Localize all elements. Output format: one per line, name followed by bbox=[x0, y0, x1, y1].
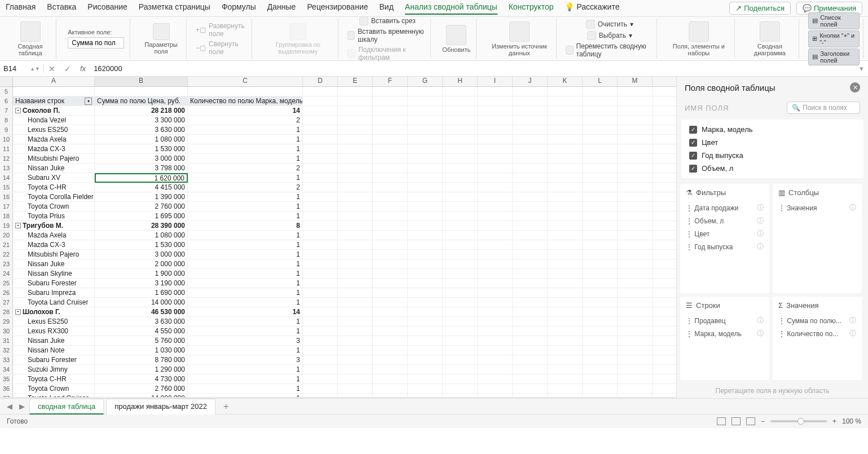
cell[interactable]: Количество по полю Марка, модель bbox=[188, 96, 303, 105]
cell[interactable] bbox=[373, 96, 408, 105]
cell[interactable]: 1 530 000 bbox=[95, 240, 188, 249]
cell[interactable] bbox=[513, 269, 548, 278]
cell[interactable] bbox=[303, 144, 338, 153]
cell[interactable]: 3 bbox=[188, 336, 303, 345]
cell[interactable]: 1 bbox=[188, 269, 303, 278]
tab-nav-next[interactable]: ▶ bbox=[17, 402, 27, 411]
cell[interactable] bbox=[408, 240, 443, 249]
cell[interactable] bbox=[373, 173, 408, 182]
cell[interactable] bbox=[408, 231, 443, 240]
cell[interactable] bbox=[513, 231, 548, 240]
pivot-area-item[interactable]: ⋮ Дата продажиⓘ bbox=[685, 201, 765, 214]
cell[interactable] bbox=[443, 384, 478, 393]
cell[interactable] bbox=[513, 298, 548, 307]
cell[interactable] bbox=[618, 87, 653, 96]
cell[interactable] bbox=[303, 231, 338, 240]
col-header-F[interactable]: F bbox=[373, 77, 408, 86]
cell[interactable] bbox=[618, 355, 653, 364]
cell[interactable] bbox=[338, 327, 373, 336]
cell[interactable]: 2 760 000 bbox=[95, 202, 188, 211]
cell[interactable]: 1 390 000 bbox=[95, 192, 188, 201]
cell[interactable] bbox=[618, 250, 653, 259]
cell[interactable] bbox=[548, 116, 583, 125]
expand-field[interactable]: +▢Развернуть поле bbox=[196, 21, 248, 38]
cell[interactable] bbox=[303, 211, 338, 221]
cell[interactable] bbox=[408, 365, 443, 374]
cell[interactable] bbox=[303, 279, 338, 288]
cell[interactable] bbox=[303, 269, 338, 278]
cell[interactable] bbox=[548, 87, 583, 96]
cell[interactable] bbox=[548, 154, 583, 163]
cell[interactable] bbox=[408, 346, 443, 355]
cell[interactable] bbox=[373, 327, 408, 336]
cell[interactable]: Subaru XV bbox=[13, 173, 95, 182]
cell[interactable] bbox=[408, 135, 443, 144]
cell[interactable] bbox=[443, 144, 478, 153]
col-header-J[interactable]: J bbox=[513, 77, 548, 86]
cell[interactable]: 2 000 000 bbox=[95, 259, 188, 268]
col-header-L[interactable]: L bbox=[583, 77, 618, 86]
cell[interactable]: Mazda Axela bbox=[13, 231, 95, 240]
cell[interactable] bbox=[443, 116, 478, 125]
pivot-chart-icon[interactable] bbox=[760, 21, 780, 42]
cell[interactable] bbox=[478, 346, 513, 355]
row-header[interactable]: 31 bbox=[0, 336, 13, 345]
cell[interactable] bbox=[373, 240, 408, 249]
cell[interactable]: Subaru Forester bbox=[13, 279, 95, 288]
cell[interactable]: 1 690 000 bbox=[95, 288, 188, 297]
cell[interactable]: 1 bbox=[188, 346, 303, 355]
cell[interactable] bbox=[618, 192, 653, 201]
row-header[interactable]: 18 bbox=[0, 211, 13, 221]
cell[interactable] bbox=[548, 269, 583, 278]
cell[interactable] bbox=[408, 307, 443, 316]
cell[interactable] bbox=[618, 144, 653, 153]
row-header[interactable]: 34 bbox=[0, 365, 13, 374]
pivot-area-columns[interactable]: ▥Столбцы⋮ Значенияⓘ bbox=[773, 184, 862, 293]
cell[interactable] bbox=[618, 374, 653, 384]
cell[interactable] bbox=[408, 317, 443, 326]
cell[interactable] bbox=[513, 154, 548, 163]
cell[interactable] bbox=[303, 288, 338, 297]
collapse-field[interactable]: −▢Свернуть поле bbox=[196, 39, 248, 56]
cell[interactable] bbox=[618, 125, 653, 134]
cell[interactable] bbox=[373, 307, 408, 316]
cell[interactable] bbox=[373, 116, 408, 125]
clear[interactable]: Очистить ▾ bbox=[586, 19, 633, 29]
cell[interactable]: Названия строк▾ bbox=[13, 96, 95, 105]
row-header[interactable]: 12 bbox=[0, 154, 13, 163]
ribbon-tab-10[interactable]: 💡 Расскажите bbox=[565, 2, 619, 15]
row-header[interactable]: 11 bbox=[0, 144, 13, 153]
cell[interactable]: −Шолохов Г. bbox=[13, 307, 95, 316]
cell[interactable]: 1 290 000 bbox=[95, 365, 188, 374]
cell[interactable] bbox=[583, 135, 618, 144]
cell[interactable]: −Тригубов М. bbox=[13, 221, 95, 230]
cell[interactable]: 14 bbox=[188, 307, 303, 316]
cell[interactable]: 1 900 000 bbox=[95, 269, 188, 278]
cell[interactable] bbox=[338, 355, 373, 364]
cell[interactable] bbox=[303, 365, 338, 374]
row-header[interactable]: 8 bbox=[0, 116, 13, 125]
cell[interactable] bbox=[443, 240, 478, 249]
cell[interactable] bbox=[443, 87, 478, 96]
view-layout-icon[interactable] bbox=[732, 417, 741, 425]
field-list-toggle[interactable]: ▤Список полей bbox=[808, 12, 860, 29]
cell[interactable]: 3 000 000 bbox=[95, 250, 188, 259]
cell[interactable] bbox=[338, 231, 373, 240]
cell[interactable] bbox=[443, 231, 478, 240]
cell[interactable] bbox=[478, 125, 513, 134]
cell[interactable]: Nissan Note bbox=[13, 346, 95, 355]
cell[interactable] bbox=[443, 336, 478, 345]
cell[interactable] bbox=[478, 269, 513, 278]
cell[interactable] bbox=[478, 279, 513, 288]
cell[interactable] bbox=[548, 164, 583, 173]
row-header[interactable]: 25 bbox=[0, 279, 13, 288]
pivot-area-item[interactable]: ⋮ Марка, модельⓘ bbox=[685, 327, 765, 340]
cell[interactable] bbox=[303, 327, 338, 336]
cell[interactable] bbox=[408, 125, 443, 134]
cell[interactable] bbox=[303, 173, 338, 182]
cell[interactable] bbox=[618, 154, 653, 163]
cell[interactable] bbox=[478, 288, 513, 297]
cell[interactable] bbox=[513, 240, 548, 249]
cell[interactable] bbox=[618, 116, 653, 125]
cell[interactable] bbox=[478, 240, 513, 249]
